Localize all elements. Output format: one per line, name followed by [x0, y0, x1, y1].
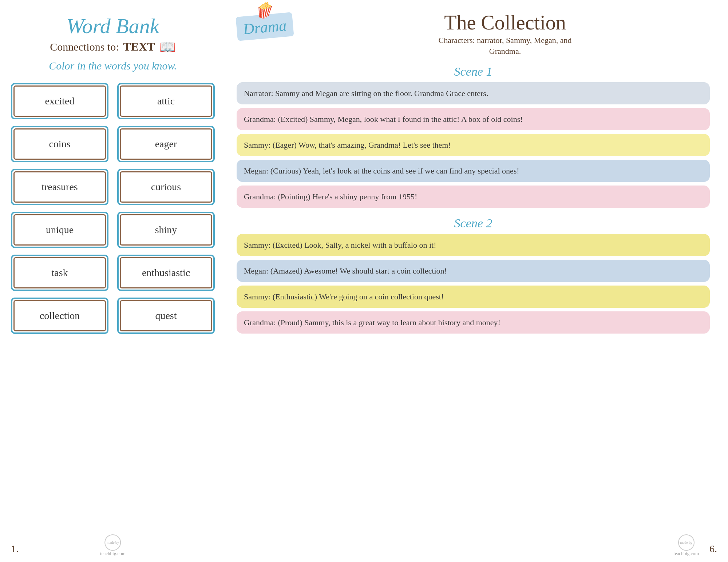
- logo-circle-right: made by: [678, 534, 695, 551]
- collection-title: The Collection: [444, 11, 566, 34]
- scene1-bubble-5: Grandma: (Pointing) Here's a shiny penny…: [237, 186, 710, 208]
- scene2-bubble-2: Megan: (Amazed) Awesome! We should start…: [237, 260, 710, 282]
- book-icon: 📖: [159, 39, 176, 55]
- scene2-bubble-3: Sammy: (Enthusiastic) We're going on a c…: [237, 286, 710, 308]
- page-number-right: 6.: [709, 543, 717, 555]
- connections-line: Connections to: TEXT 📖: [50, 39, 175, 55]
- word-card-quest: quest: [117, 298, 215, 334]
- word-card-shiny: shiny: [117, 212, 215, 248]
- collection-title-block: The Collection Characters: narrator, Sam…: [300, 11, 710, 56]
- word-card-eager: eager: [117, 126, 215, 162]
- footer-left: made by teachbig.com: [100, 534, 126, 557]
- scene2-bubble-1: Sammy: (Excited) Look, Sally, a nickel w…: [237, 234, 710, 256]
- word-grid: excited attic coins eager treasures curi…: [11, 83, 215, 334]
- footer-right: made by teachbig.com: [673, 534, 699, 557]
- word-card-treasures: treasures: [11, 169, 108, 205]
- popcorn-icon: 🍿: [254, 3, 273, 19]
- page-number-left: 1.: [11, 543, 19, 555]
- scene1-title: Scene 1: [237, 65, 710, 79]
- scene1-bubble-1: Narrator: Sammy and Megan are sitting on…: [237, 82, 710, 104]
- left-panel: Word Bank Connections to: TEXT 📖 Color i…: [0, 0, 226, 562]
- scene2-bubble-4: Grandma: (Proud) Sammy, this is a great …: [237, 311, 710, 334]
- drama-badge: 🍿 Drama: [236, 12, 294, 41]
- scene1-bubble-4: Megan: (Curious) Yeah, let's look at the…: [237, 160, 710, 182]
- color-instruction: Color in the words you know.: [49, 60, 177, 72]
- logo-circle-left: made by: [104, 534, 121, 551]
- word-bank-title: Word Bank: [66, 15, 159, 38]
- word-card-task: task: [11, 255, 108, 291]
- scene1-bubble-3: Sammy: (Eager) Wow, that's amazing, Gran…: [237, 134, 710, 156]
- characters-line2: Grandma.: [489, 47, 521, 56]
- word-card-collection: collection: [11, 298, 108, 334]
- word-card-coins: coins: [11, 126, 108, 162]
- scene2-title: Scene 2: [237, 216, 710, 230]
- word-card-curious: curious: [117, 169, 215, 205]
- characters-line: Characters: narrator, Sammy, Megan, and: [438, 36, 571, 45]
- word-card-enthusiastic: enthusiastic: [117, 255, 215, 291]
- word-card-attic: attic: [117, 83, 215, 119]
- scene1-bubble-2: Grandma: (Excited) Sammy, Megan, look wh…: [237, 108, 710, 130]
- word-card-excited: excited: [11, 83, 108, 119]
- drama-header: 🍿 Drama The Collection Characters: narra…: [237, 11, 710, 56]
- right-panel: 🍿 Drama The Collection Characters: narra…: [226, 0, 728, 562]
- word-card-unique: unique: [11, 212, 108, 248]
